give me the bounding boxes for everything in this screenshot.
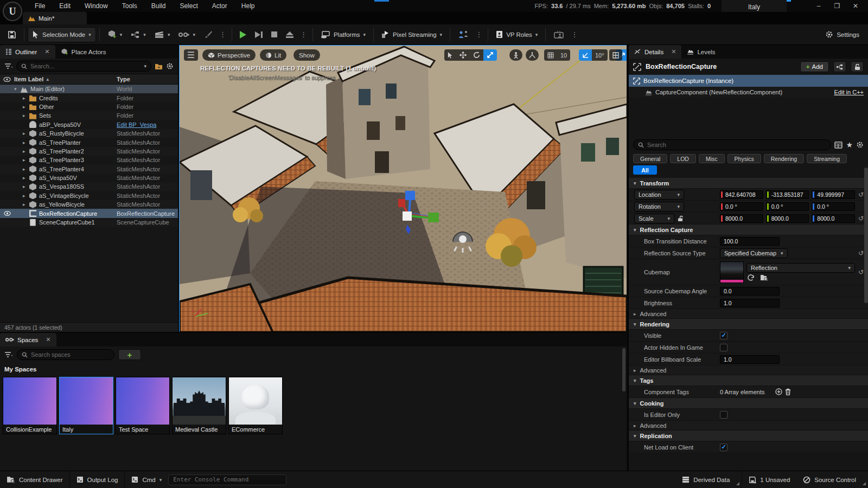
- expand-caret[interactable]: ▸: [23, 95, 29, 101]
- visibility-eye-icon[interactable]: [0, 184, 14, 189]
- location-dropdown[interactable]: Location▾: [634, 190, 684, 200]
- spaces-filter-icon[interactable]: [4, 351, 13, 358]
- viewport-maximize-icon[interactable]: [609, 49, 622, 61]
- virtual-camera-button[interactable]: [549, 28, 569, 42]
- expand-caret[interactable]: ▾: [14, 86, 21, 92]
- table-row[interactable]: ▸ aS_Vespa180SS StaticMeshActor: [0, 182, 178, 191]
- close-tab-icon[interactable]: ✕: [671, 48, 676, 55]
- show-dropdown[interactable]: Show: [293, 49, 320, 61]
- table-row[interactable]: SceneCaptureCube1 SceneCaptureCube: [0, 218, 178, 227]
- sequencer-dropdown[interactable]: ▾: [174, 28, 200, 42]
- viewport[interactable]: z ☰ Perspective Lit Show 10 10° 0.25 4 R…: [179, 45, 627, 332]
- cmd-dropdown[interactable]: Cmd▾: [125, 471, 168, 488]
- close-tab-icon[interactable]: ✕: [46, 336, 50, 343]
- tab-spaces[interactable]: Spaces✕: [0, 333, 56, 346]
- menu-item[interactable]: Edit: [53, 1, 77, 11]
- maximize-button[interactable]: ❐: [828, 0, 846, 12]
- visibility-eye-icon[interactable]: [0, 176, 14, 181]
- play-button[interactable]: [235, 28, 251, 42]
- actor-label[interactable]: aS_TreePlanter2: [39, 148, 84, 155]
- all-filter-chip[interactable]: All: [633, 165, 657, 175]
- rotation-snap-toggle[interactable]: [579, 49, 592, 61]
- close-button[interactable]: ✕: [846, 0, 865, 12]
- trash-icon[interactable]: [785, 388, 791, 395]
- cubemap-thumbnail[interactable]: [720, 261, 744, 283]
- spaces-search[interactable]: [17, 349, 114, 360]
- section-rendering[interactable]: ▾Rendering: [629, 319, 868, 330]
- section-replication[interactable]: ▾Replication: [629, 431, 868, 441]
- multi-user-button[interactable]: [454, 28, 473, 42]
- world-local-toggle[interactable]: [509, 49, 522, 61]
- settings-dropdown[interactable]: Settings: [821, 28, 864, 42]
- visibility-eye-icon[interactable]: [0, 95, 14, 100]
- output-log-button[interactable]: Output Log: [70, 471, 125, 488]
- details-settings-gear-icon[interactable]: [856, 141, 864, 149]
- actor-label[interactable]: Sets: [39, 112, 51, 119]
- selection-mode-dropdown[interactable]: Selection Mode▾: [28, 27, 96, 42]
- table-row[interactable]: ▸ aS_VintageBicycle StaticMeshActor: [0, 191, 178, 200]
- actor-label[interactable]: aS_TreePlanter: [39, 139, 81, 146]
- vp-roles-dropdown[interactable]: VP Roles▾: [492, 28, 542, 42]
- actor-label[interactable]: aS_TreePlanter3: [39, 157, 84, 163]
- add-space-button[interactable]: +: [118, 349, 141, 360]
- scale-tool[interactable]: [483, 49, 497, 61]
- table-row[interactable]: ▸ aS_RustyBicycle StaticMeshActor: [0, 129, 178, 138]
- eject-button[interactable]: [282, 28, 298, 42]
- category-chip[interactable]: Streaming: [807, 154, 847, 163]
- category-chip[interactable]: LOD: [670, 154, 696, 163]
- expand-caret[interactable]: ▸: [23, 104, 29, 110]
- outliner-settings-gear-icon[interactable]: [166, 62, 174, 70]
- hidden-in-game-checkbox[interactable]: ✓: [720, 344, 727, 351]
- table-row[interactable]: ▾ Main (Editor) World: [0, 85, 178, 93]
- visibility-eye-icon[interactable]: [0, 104, 14, 109]
- category-chip[interactable]: Misc: [699, 154, 725, 163]
- scale-x-field[interactable]: 8000.0: [720, 214, 763, 223]
- location-z-field[interactable]: 49.999997: [812, 190, 855, 199]
- table-row[interactable]: ▸ aS_TreePlanter4 StaticMeshActor: [0, 165, 178, 174]
- actor-label[interactable]: aS_Vespa180SS: [39, 183, 84, 190]
- expand-caret[interactable]: ▸: [23, 140, 29, 145]
- col-type[interactable]: Type: [117, 76, 130, 82]
- expand-caret[interactable]: ▸: [23, 157, 29, 163]
- pixel-streaming-dropdown[interactable]: Pixel Streaming▾: [377, 28, 446, 42]
- space-card[interactable]: CollisionExample: [3, 377, 57, 434]
- is-editor-only-checkbox[interactable]: ✓: [720, 411, 727, 419]
- virtual-camera-dots[interactable]: ⋮: [569, 30, 580, 38]
- space-card[interactable]: ECommerce: [228, 377, 283, 434]
- actor-label[interactable]: aS_TreePlanter4: [39, 166, 84, 172]
- grid-snap-value[interactable]: 10: [557, 49, 570, 61]
- col-item-label[interactable]: Item Label: [14, 76, 43, 82]
- menu-item[interactable]: Actor: [206, 1, 234, 11]
- actor-label[interactable]: aS_Vespa50V: [39, 175, 77, 181]
- outliner-column-headers[interactable]: Item Label ▴ Type: [0, 74, 178, 85]
- content-drawer-button[interactable]: Content Drawer: [0, 471, 69, 488]
- cubemap-asset-dropdown[interactable]: Reflection▾: [746, 263, 855, 273]
- component-row-capture[interactable]: CaptureComponent (NewReflectionComponent…: [629, 87, 868, 98]
- multi-user-dots[interactable]: ⋮: [473, 30, 484, 38]
- filter-icon[interactable]: [4, 63, 13, 69]
- space-card[interactable]: Medieval Castle: [172, 377, 226, 434]
- visibility-eye-icon[interactable]: [0, 140, 14, 145]
- section-transform[interactable]: ▾Transform: [629, 178, 868, 189]
- expand-caret[interactable]: ▸: [23, 149, 29, 154]
- rotation-dropdown[interactable]: Rotation▾: [634, 202, 684, 211]
- section-tags[interactable]: ▾Tags: [629, 375, 868, 386]
- expand-caret[interactable]: ▸: [23, 113, 29, 118]
- outliner-search[interactable]: ▾: [16, 61, 151, 72]
- search-options-caret[interactable]: ▾: [144, 63, 146, 69]
- actor-label[interactable]: aS_VintageBicycle: [39, 192, 89, 199]
- category-chip[interactable]: Physics: [727, 154, 761, 163]
- frame-skip-button[interactable]: [251, 28, 267, 42]
- space-card[interactable]: Italy: [59, 377, 113, 434]
- table-row[interactable]: ▸ aS_TreePlanter StaticMeshActor: [0, 138, 178, 146]
- actor-label[interactable]: Other: [39, 104, 54, 110]
- space-card[interactable]: Test Space: [116, 377, 170, 434]
- expand-caret[interactable]: ▸: [23, 175, 29, 181]
- menu-item[interactable]: Build: [145, 1, 173, 11]
- blueprints-dropdown[interactable]: ▾: [126, 28, 150, 42]
- advanced-reflection[interactable]: ▸Advanced: [629, 309, 868, 319]
- section-cooking[interactable]: ▾Cooking: [629, 398, 868, 409]
- console-command-input[interactable]: [168, 474, 286, 485]
- visibility-eye-icon[interactable]: [0, 193, 14, 198]
- menu-item[interactable]: File: [28, 1, 52, 11]
